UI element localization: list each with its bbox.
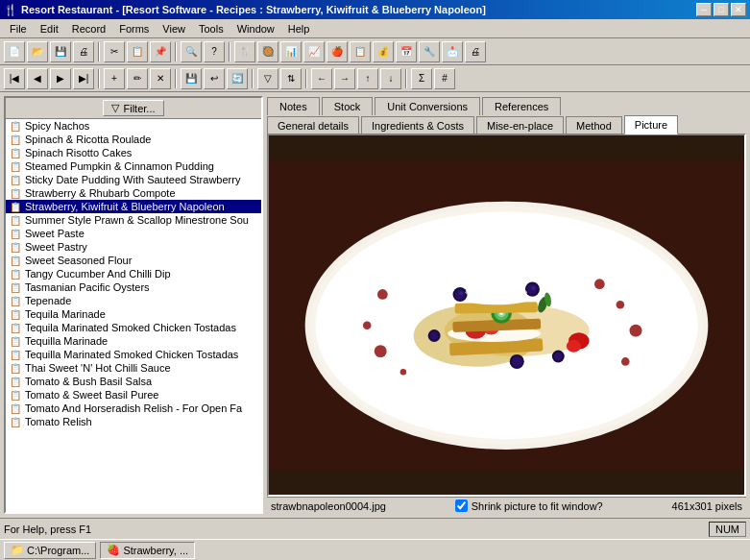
list-item[interactable]: 📋Strawberry & Rhubarb Compote — [6, 186, 261, 200]
list-item[interactable]: 📋Spinach Risotto Cakes — [6, 146, 261, 159]
tab-picture[interactable]: Picture — [624, 115, 678, 134]
maximize-button[interactable]: □ — [714, 3, 729, 16]
picture-content — [269, 135, 744, 495]
shrink-checkbox[interactable] — [455, 499, 468, 512]
nav-edit[interactable]: ✏ — [127, 68, 148, 89]
tb-cut[interactable]: ✂ — [104, 41, 125, 62]
tb-recipe2[interactable]: 🥘 — [257, 41, 278, 62]
list-item[interactable]: 📋Tequilla Marinated Smoked Chicken Tosta… — [6, 348, 261, 361]
list-item[interactable]: 📋Summer Style Prawn & Scallop Minestrone… — [6, 213, 261, 227]
tab-stock[interactable]: Stock — [322, 97, 374, 115]
menu-record[interactable]: Record — [66, 22, 111, 36]
menu-view[interactable]: View — [157, 22, 191, 36]
nav-save2[interactable]: 💾 — [181, 68, 202, 89]
nav-filter[interactable]: ▽ — [257, 68, 278, 89]
tab-method[interactable]: Method — [566, 116, 622, 134]
nav-calc[interactable]: # — [434, 68, 455, 89]
tb-save[interactable]: 💾 — [50, 41, 71, 62]
nav-up[interactable]: ↑ — [357, 68, 378, 89]
recipe-icon: 📋 — [10, 377, 21, 387]
list-item[interactable]: 📋Tomato And Horseradish Relish - For Ope… — [6, 402, 261, 415]
list-item[interactable]: 📋Sweet Paste — [6, 227, 261, 240]
menu-forms[interactable]: Forms — [113, 22, 155, 36]
nav-down[interactable]: ↓ — [380, 68, 401, 89]
taskbar-item-2[interactable]: 🍓 Strawberry, ... — [100, 542, 195, 559]
minimize-button[interactable]: ─ — [696, 3, 712, 16]
nav-left[interactable]: ← — [311, 68, 332, 89]
tb-new[interactable]: 📄 — [4, 41, 25, 62]
tab-unit-conversions[interactable]: Unit Conversions — [375, 97, 480, 115]
tb-recipe3[interactable]: 📊 — [280, 41, 302, 62]
list-item[interactable]: 📋Tepenade — [6, 294, 261, 307]
list-item[interactable]: 📋Tangy Cucumber And Chilli Dip — [6, 267, 261, 280]
nav-prev[interactable]: ◀ — [27, 68, 48, 89]
tb-recipe6[interactable]: 📋 — [350, 41, 371, 62]
tb-recipe9[interactable]: 🔧 — [419, 41, 440, 62]
tb-recipe10[interactable]: 📩 — [442, 41, 463, 62]
image-filename: strawbnapoleon0004.jpg — [271, 500, 386, 512]
tb-recipe1[interactable]: 🍴 — [234, 41, 255, 62]
tb-recipe4[interactable]: 📈 — [303, 41, 325, 62]
tab-ingredients-costs[interactable]: Ingredients & Costs — [361, 116, 474, 134]
list-item[interactable]: 📋Strawberry, Kiwifruit & Blueberry Napol… — [6, 200, 261, 213]
tab-general-details[interactable]: General details — [267, 116, 359, 134]
recipe-icon: 📋 — [10, 390, 21, 401]
list-item[interactable]: 📋Tomato & Bush Basil Salsa — [6, 375, 261, 388]
recipe-icon: 📋 — [10, 403, 21, 414]
tb-find[interactable]: 🔍 — [181, 41, 202, 62]
tab-row-2: General details Ingredients & Costs Mise… — [267, 114, 746, 134]
menu-tools[interactable]: Tools — [193, 22, 230, 36]
tb-print[interactable]: 🖨 — [73, 41, 94, 62]
svg-point-35 — [512, 356, 522, 367]
nav-add[interactable]: + — [104, 68, 125, 89]
list-item[interactable]: 📋Spinach & Ricotta Roulade — [6, 133, 261, 146]
nav-refresh[interactable]: 🔄 — [227, 68, 248, 89]
nav-right[interactable]: → — [334, 68, 355, 89]
nav-first[interactable]: |◀ — [4, 68, 25, 89]
filter-button[interactable]: ▽ Filter... — [103, 100, 163, 116]
main-area: ▽ Filter... 📋Spicy Nachos📋Spinach & Rico… — [0, 92, 750, 518]
menu-edit[interactable]: Edit — [35, 22, 64, 36]
tab-notes[interactable]: Notes — [267, 97, 320, 115]
list-item[interactable]: 📋Tasmanian Pacific Oysters — [6, 280, 261, 294]
recipe-icon: 📋 — [10, 215, 21, 226]
menu-help[interactable]: Help — [282, 22, 316, 36]
list-item[interactable]: 📋Sweet Seasoned Flour — [6, 254, 261, 267]
menu-window[interactable]: Window — [231, 22, 280, 36]
tb-recipe8[interactable]: 📅 — [396, 41, 417, 62]
nav-cancel[interactable]: ↩ — [204, 68, 225, 89]
tb-recipe5[interactable]: 🍎 — [327, 41, 348, 62]
tb-paste[interactable]: 📌 — [150, 41, 171, 62]
menu-file[interactable]: File — [4, 22, 33, 36]
recipe-list[interactable]: 📋Spicy Nachos📋Spinach & Ricotta Roulade📋… — [6, 119, 261, 512]
svg-point-12 — [621, 357, 630, 366]
nav-sort[interactable]: ⇅ — [280, 68, 302, 89]
close-button[interactable]: ✕ — [731, 3, 746, 16]
list-item[interactable]: 📋Spicy Nachos — [6, 119, 261, 133]
nav-last[interactable]: ▶| — [73, 68, 94, 89]
image-status-bar: strawbnapoleon0004.jpg Shrink picture to… — [267, 497, 746, 514]
taskbar-item-1[interactable]: 📁 C:\Program... — [4, 542, 96, 559]
list-item[interactable]: 📋Tequila Marinated Smoked Chicken Tostad… — [6, 321, 261, 334]
list-item[interactable]: 📋Tomato Relish — [6, 415, 261, 428]
tb-recipe11[interactable]: 🖨 — [465, 41, 486, 62]
list-item[interactable]: 📋Sweet Pastry — [6, 240, 261, 254]
list-item[interactable]: 📋Tequila Marinade — [6, 307, 261, 321]
tb-recipe7[interactable]: 💰 — [373, 41, 394, 62]
list-item[interactable]: 📋Tequilla Marinade — [6, 334, 261, 348]
tab-references[interactable]: References — [482, 97, 561, 115]
tb-copy[interactable]: 📋 — [127, 41, 148, 62]
list-item[interactable]: 📋Steamed Pumpkin & Cinnamon Pudding — [6, 159, 261, 173]
svg-point-37 — [567, 340, 581, 353]
recipe-icon: 📋 — [10, 188, 21, 199]
tab-mise-en-place[interactable]: Mise-en-place — [476, 116, 564, 134]
nav-delete[interactable]: ✕ — [150, 68, 171, 89]
list-item[interactable]: 📋Sticky Date Pudding With Sauteed Strawb… — [6, 173, 261, 186]
list-item[interactable]: 📋Tomato & Sweet Basil Puree — [6, 388, 261, 402]
filter-icon: ▽ — [111, 102, 119, 114]
nav-next[interactable]: ▶ — [50, 68, 71, 89]
list-item[interactable]: 📋Thai Sweet 'N' Hot Chilli Sauce — [6, 361, 261, 375]
tb-help[interactable]: ? — [204, 41, 225, 62]
tb-open[interactable]: 📂 — [27, 41, 48, 62]
nav-sum[interactable]: Σ — [411, 68, 432, 89]
